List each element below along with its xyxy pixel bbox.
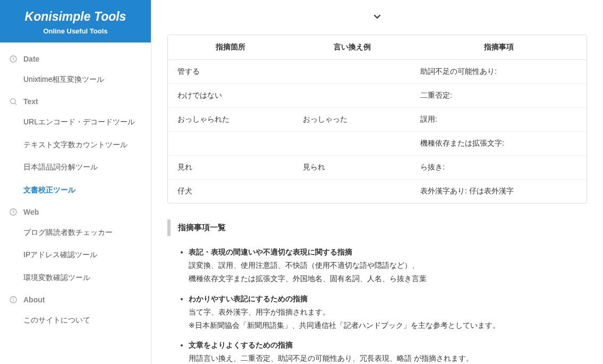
info-list: 表記・表現の間違いや不適切な表現に関する指摘誤変換、誤用、使用注意語、不快語（使… (167, 246, 587, 364)
nav-heading-web: Web (0, 201, 151, 221)
cell-note: 機種依存または拡張文字: (411, 132, 587, 156)
nav-heading-label: Text (23, 97, 38, 106)
search-icon (9, 97, 18, 106)
list-item: わかりやすい表記にするための指摘当て字、表外漢字、用字が指摘されます。 ※日本新… (189, 292, 587, 333)
cell-spot: わけではない (168, 84, 293, 108)
sidebar-item[interactable]: Unixtime相互変換ツール (0, 68, 151, 90)
table-row: 見れ見られら抜き: (168, 156, 587, 180)
col-spot: 指摘箇所 (168, 35, 293, 60)
info-icon (9, 295, 18, 304)
nav-heading-date: Date (0, 48, 151, 68)
sidebar-header[interactable]: Konisimple Tools Online Useful Tools (0, 0, 151, 43)
results-table: 指摘箇所 言い換え例 指摘事項 管する助詞不足の可能性あり:わけではない二重否定… (168, 35, 587, 203)
cell-suggestion (293, 180, 411, 204)
cell-spot: おっしゃられた (168, 108, 293, 132)
nav-heading-label: Date (23, 55, 39, 63)
cell-note: 二重否定: (411, 84, 587, 108)
nav-heading-label: Web (23, 208, 39, 216)
list-item: 文章をよりよくするための指摘用語言い換え、二重否定、助詞不足の可能性あり、冗長表… (189, 338, 587, 364)
sidebar-item[interactable]: 環境変数確認ツール (0, 266, 151, 289)
clock-icon (9, 207, 18, 217)
cell-spot: 見れ (168, 156, 293, 180)
table-row: おっしゃられたおっしゃった誤用: (168, 108, 587, 132)
list-item-title: わかりやすい表記にするための指摘 (189, 292, 587, 306)
list-item: 表記・表現の間違いや不適切な表現に関する指摘誤変換、誤用、使用注意語、不快語（使… (189, 246, 587, 286)
sidebar-nav: DateUnixtime相互変換ツールTextURLエンコード・デコードツールテ… (0, 43, 151, 337)
table-row: 仔犬表外漢字あり: 仔は表外漢字 (168, 180, 587, 204)
svg-point-1 (11, 99, 15, 104)
sidebar-item[interactable]: 日本語品詞分解ツール (0, 156, 151, 178)
sidebar-item[interactable]: このサイトについて (0, 309, 151, 331)
list-item-desc: 誤変換、誤用、使用注意語、不快語（使用不適切な語や隠語など）、 機種依存文字また… (189, 259, 587, 285)
clock-icon (9, 54, 18, 64)
cell-note: 助詞不足の可能性あり: (411, 60, 587, 84)
col-suggestion: 言い換え例 (293, 35, 411, 60)
list-item-desc: 用語言い換え、二重否定、助詞不足の可能性あり、冗長表現、略語 が指摘されます。 (189, 352, 587, 364)
cell-suggestion (293, 132, 411, 156)
cell-note: 表外漢字あり: 仔は表外漢字 (411, 180, 587, 204)
sidebar-item[interactable]: テキスト文字数カウントツール (0, 133, 151, 156)
cell-note: 誤用: (411, 108, 587, 132)
nav-heading-label: About (23, 295, 45, 304)
sidebar-item[interactable]: URLエンコード・デコードツール (0, 111, 151, 133)
sidebar-item[interactable]: IPアドレス確認ツール (0, 243, 151, 266)
app-subtitle: Online Useful Tools (11, 27, 140, 35)
nav-heading-about: About (0, 289, 151, 309)
nav-heading-text: Text (0, 90, 151, 111)
col-note: 指摘事項 (411, 35, 587, 60)
cell-spot (168, 132, 293, 156)
sidebar-item[interactable]: 文書校正ツール (0, 179, 151, 201)
chevron-down-icon (371, 15, 383, 24)
cell-suggestion: 見られ (293, 156, 411, 180)
table-row: わけではない二重否定: (168, 84, 587, 108)
cell-suggestion (293, 60, 411, 84)
sidebar: Konisimple Tools Online Useful Tools Dat… (0, 0, 151, 364)
table-row: 機種依存または拡張文字: (168, 132, 587, 156)
results-table-wrap: 指摘箇所 言い換え例 指摘事項 管する助詞不足の可能性あり:わけではない二重否定… (167, 35, 587, 204)
cell-suggestion (293, 84, 411, 108)
cell-spot: 仔犬 (168, 180, 293, 204)
sidebar-item[interactable]: ブログ購読者数チェッカー (0, 221, 151, 243)
collapse-toggle[interactable] (167, 11, 587, 24)
svg-point-6 (13, 298, 14, 299)
list-item-desc: 当て字、表外漢字、用字が指摘されます。 ※日本新聞協会「新聞用語集」、共同通信社… (189, 306, 587, 332)
cell-note: ら抜き: (411, 156, 587, 180)
cell-suggestion: おっしゃった (293, 108, 411, 132)
list-item-title: 文章をよりよくするための指摘 (189, 338, 587, 352)
app-title: Konisimple Tools (11, 10, 140, 24)
table-row: 管する助詞不足の可能性あり: (168, 60, 587, 84)
section-heading: 指摘事項一覧 (167, 219, 587, 236)
list-item-title: 表記・表現の間違いや不適切な表現に関する指摘 (189, 246, 587, 259)
main-content: 指摘箇所 言い換え例 指摘事項 管する助詞不足の可能性あり:わけではない二重否定… (151, 0, 603, 364)
cell-spot: 管する (168, 60, 293, 84)
svg-line-2 (15, 103, 16, 105)
